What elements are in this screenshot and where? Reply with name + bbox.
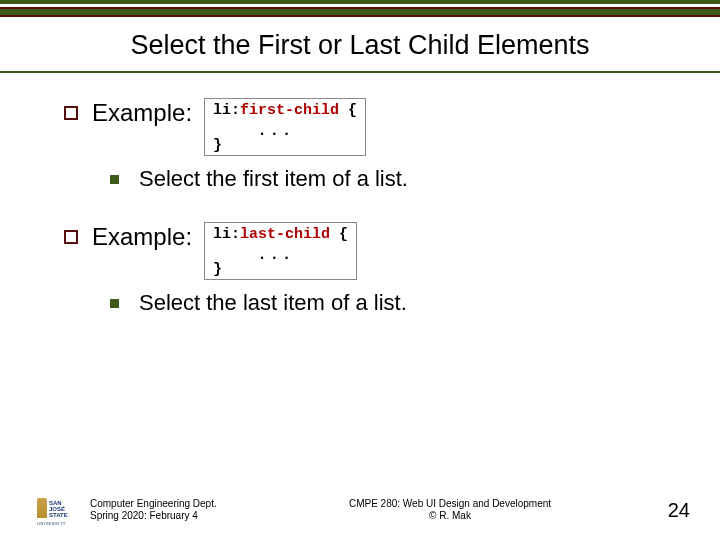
logo-subtext: UNIVERSITY [37, 521, 66, 526]
code-brace-open: { [339, 102, 357, 119]
sjsu-logo: SAN JOSÉ STATE UNIVERSITY [34, 496, 76, 526]
title-wrap: Select the First or Last Child Elements [0, 30, 720, 73]
footer-copyright: © R. Mak [270, 510, 630, 522]
code-element: li: [213, 226, 240, 243]
bullet-square-icon [110, 299, 119, 308]
example-2-label: Example: [92, 222, 192, 252]
code-box-1: li:first-child { . . . } [204, 98, 366, 156]
code-element: li: [213, 102, 240, 119]
example-2-desc-row: Select the last item of a list. [110, 290, 680, 316]
logo-tower-icon [37, 498, 47, 518]
example-1-desc-row: Select the first item of a list. [110, 166, 680, 192]
example-2-row: Example: li:last-child { . . . } [64, 222, 680, 280]
decorative-top-bars [0, 0, 720, 17]
example-1-label: Example: [92, 98, 192, 128]
footer-center: CMPE 280: Web UI Design and Development … [270, 498, 630, 522]
example-1-desc: Select the first item of a list. [139, 166, 408, 192]
footer-dept: Computer Engineering Dept. [90, 498, 270, 510]
code-ellipsis: . . . [213, 120, 357, 136]
footer-course: CMPE 280: Web UI Design and Development [270, 498, 630, 510]
example-2-desc: Select the last item of a list. [139, 290, 407, 316]
code-ellipsis: . . . [213, 244, 348, 260]
code-brace-open: { [330, 226, 348, 243]
bullet-outline-icon [64, 230, 78, 244]
slide-title: Select the First or Last Child Elements [70, 30, 650, 61]
logo-text: SAN JOSÉ STATE [49, 500, 76, 518]
code-box-2: li:last-child { . . . } [204, 222, 357, 280]
bullet-square-icon [110, 175, 119, 184]
slide: Select the First or Last Child Elements … [0, 0, 720, 540]
footer-left: Computer Engineering Dept. Spring 2020: … [90, 498, 270, 522]
footer-date: Spring 2020: February 4 [90, 510, 270, 522]
bullet-outline-icon [64, 106, 78, 120]
footer: Computer Engineering Dept. Spring 2020: … [90, 498, 690, 522]
example-1-row: Example: li:first-child { . . . } [64, 98, 680, 156]
bar-thick [0, 7, 720, 17]
page-number: 24 [630, 499, 690, 522]
content-area: Example: li:first-child { . . . } Select… [64, 98, 680, 346]
